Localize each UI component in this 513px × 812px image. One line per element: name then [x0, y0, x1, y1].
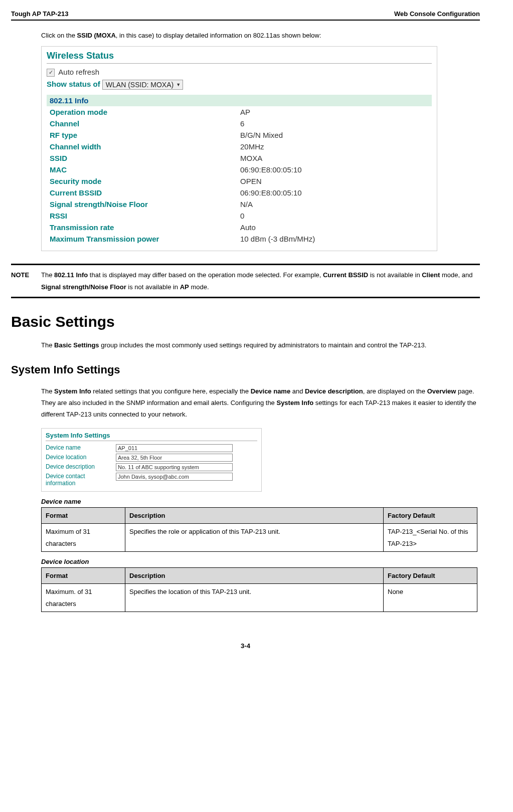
info-value: N/A [240, 200, 429, 209]
sis-row: Device contact informationJohn Davis, sy… [46, 473, 257, 487]
show-status-select[interactable]: WLAN (SSID: MOXA) [102, 80, 183, 90]
wireless-status-title: Wireless Status [47, 51, 432, 64]
auto-refresh-checkbox[interactable]: ✓ [47, 69, 55, 77]
table-header: Format [42, 507, 125, 523]
sis-row: Device nameAP_011 [46, 444, 257, 452]
info-value: 06:90:E8:00:05:10 [240, 165, 429, 174]
info-value: MOXA [240, 154, 429, 162]
info-label: Maximum Transmission power [50, 235, 240, 243]
info-row: Channel6 [47, 118, 432, 129]
note-box: NOTE The 802.11 Info that is displayed m… [11, 264, 480, 298]
table-cell: Specifies the location of this TAP-213 u… [125, 584, 384, 612]
info-value: 0 [240, 212, 429, 220]
info-value: 06:90:E8:00:05:10 [240, 188, 429, 197]
sis-label: Device contact information [46, 473, 116, 487]
sis-row: Device locationArea 32, 5th Floor [46, 454, 257, 462]
info-label: Channel [50, 119, 240, 128]
table-header: Description [125, 507, 384, 523]
system-info-settings-panel: System Info Settings Device nameAP_011De… [41, 428, 262, 492]
show-status-label: Show status of [47, 80, 100, 88]
table-cell: None [384, 584, 477, 612]
info-label: Signal strength/Noise Floor [50, 200, 240, 209]
info-label: Operation mode [50, 108, 240, 116]
info-value: OPEN [240, 177, 429, 185]
auto-refresh-label: Auto refresh [58, 68, 99, 76]
device-location-table: Format Description Factory Default Maxim… [41, 567, 477, 612]
table-cell: Maximum of 31 characters [42, 524, 125, 552]
info-row: Transmission rateAuto [47, 222, 432, 233]
sis-label: Device description [46, 463, 116, 470]
table-cell: Maximum. of 31 characters [42, 584, 125, 612]
info-row: Signal strength/Noise FloorN/A [47, 198, 432, 210]
info-row: Security modeOPEN [47, 175, 432, 187]
device-name-subhead: Device name [41, 498, 480, 505]
sis-label: Device name [46, 444, 116, 451]
sis-input[interactable]: AP_011 [116, 444, 233, 452]
page-header: Tough AP TAP-213 Web Console Configurati… [11, 10, 480, 21]
header-right: Web Console Configuration [394, 10, 480, 18]
table-header: Factory Default [384, 507, 477, 523]
info-row: RSSI0 [47, 210, 432, 222]
basic-settings-text: The Basic Settings group includes the mo… [41, 339, 480, 351]
info-label: RSSI [50, 212, 240, 220]
info-row: SSIDMOXA [47, 152, 432, 164]
info-row: Maximum Transmission power10 dBm (-3 dBm… [47, 233, 432, 245]
system-info-text: The System Info related settings that yo… [41, 385, 480, 421]
info-row: Current BSSID06:90:E8:00:05:10 [47, 187, 432, 198]
sis-input[interactable]: No. 11 of ABC supporting system [116, 463, 233, 471]
sis-input[interactable]: Area 32, 5th Floor [116, 454, 233, 462]
sis-input[interactable]: John Davis, sysop@abc.com [116, 473, 233, 481]
device-name-table: Format Description Factory Default Maxim… [41, 507, 477, 552]
info-value: 20MHz [240, 142, 429, 151]
info-row: MAC06:90:E8:00:05:10 [47, 164, 432, 175]
info-label: Transmission rate [50, 223, 240, 232]
system-info-heading: System Info Settings [11, 363, 480, 376]
note-label: NOTE [11, 269, 41, 293]
table-header: Description [125, 567, 384, 583]
info-label: Security mode [50, 177, 240, 185]
wireless-status-panel: Wireless Status ✓ Auto refresh Show stat… [41, 46, 437, 251]
sis-label: Device location [46, 454, 116, 461]
info-value: B/G/N Mixed [240, 131, 429, 139]
info-value: 10 dBm (-3 dBm/MHz) [240, 235, 429, 243]
sis-title: System Info Settings [46, 432, 257, 441]
info-label: SSID [50, 154, 240, 162]
info-label: Current BSSID [50, 188, 240, 197]
info-value: Auto [240, 223, 429, 232]
header-left: Tough AP TAP-213 [11, 10, 68, 18]
info-value: AP [240, 108, 429, 116]
sis-row: Device descriptionNo. 11 of ABC supporti… [46, 463, 257, 471]
note-text: The 802.11 Info that is displayed may di… [41, 269, 480, 293]
info-section-header: 802.11 Info [47, 95, 432, 106]
info-row: Channel width20MHz [47, 141, 432, 152]
info-value: 6 [240, 119, 429, 128]
intro-text: Click on the SSID (MOXA, in this case) t… [41, 30, 480, 41]
table-cell: TAP-213_<Serial No. of this TAP-213> [384, 524, 477, 552]
table-header: Factory Default [384, 567, 477, 583]
device-location-subhead: Device location [41, 558, 480, 565]
basic-settings-heading: Basic Settings [11, 313, 480, 330]
table-cell: Specifies the role or application of thi… [125, 524, 384, 552]
auto-refresh-row: ✓ Auto refresh [47, 68, 432, 77]
info-label: RF type [50, 131, 240, 139]
info-row: RF typeB/G/N Mixed [47, 129, 432, 141]
show-status-row: Show status of WLAN (SSID: MOXA) [47, 80, 432, 90]
info-label: MAC [50, 165, 240, 174]
table-header: Format [42, 567, 125, 583]
info-row: Operation modeAP [47, 106, 432, 118]
page-number: 3-4 [11, 642, 480, 650]
info-label: Channel width [50, 142, 240, 151]
